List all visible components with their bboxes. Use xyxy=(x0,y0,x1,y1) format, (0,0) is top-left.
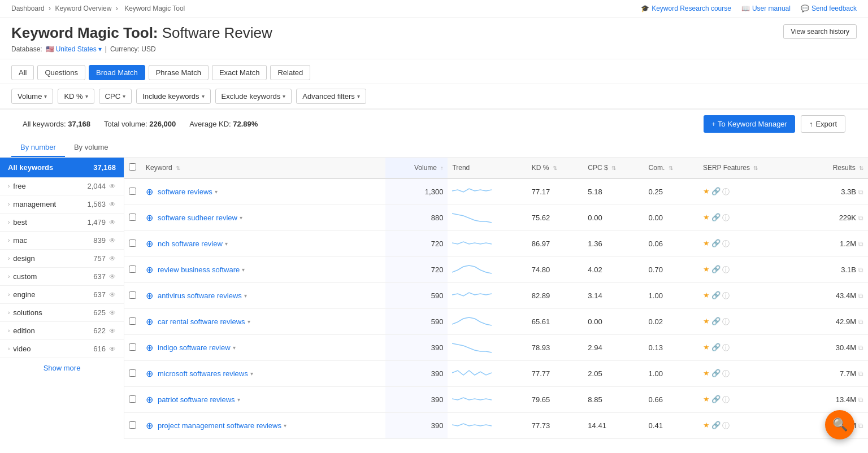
sidebar-item-video[interactable]: › video 616 👁 xyxy=(0,340,124,358)
keyword-link[interactable]: indigo software review ▾ xyxy=(158,343,236,352)
sidebar-item-edition[interactable]: › edition 622 👁 xyxy=(0,322,124,340)
select-all-checkbox[interactable] xyxy=(129,163,136,171)
row-checkbox[interactable] xyxy=(129,369,136,377)
filter-advanced-filters[interactable]: Advanced filters▾ xyxy=(296,89,366,104)
copy-icon[interactable]: ⧉ xyxy=(858,370,863,378)
sidebar-item-design[interactable]: › design 757 👁 xyxy=(0,250,124,268)
row-checkbox[interactable] xyxy=(129,395,136,403)
keyword-link[interactable]: nch software review ▾ xyxy=(158,239,228,248)
trend-cell xyxy=(448,335,527,361)
keyword-link[interactable]: patriot software reviews ▾ xyxy=(158,395,240,404)
add-keyword-button[interactable]: ⊕ xyxy=(146,394,153,405)
copy-icon[interactable]: ⧉ xyxy=(858,396,863,404)
eye-icon[interactable]: 👁 xyxy=(109,201,116,208)
row-checkbox[interactable] xyxy=(129,265,136,273)
cpc-col-header[interactable]: CPC $ ⇅ xyxy=(583,158,644,178)
keyword-research-course-link[interactable]: 🎓 Keyword Research course xyxy=(641,5,731,12)
tab-related[interactable]: Related xyxy=(270,65,310,80)
filter-kd-%[interactable]: KD %▾ xyxy=(58,89,94,104)
star-icon: ★ xyxy=(703,291,710,301)
database-selector[interactable]: 🇺🇸 United States ▾ xyxy=(46,45,102,53)
copy-icon[interactable]: ⧉ xyxy=(858,266,863,274)
add-keyword-button[interactable]: ⊕ xyxy=(146,238,153,249)
breadcrumb-keyword-overview[interactable]: Keyword Overview xyxy=(55,5,111,12)
show-more-button[interactable]: Show more xyxy=(0,358,124,378)
user-manual-link[interactable]: 📖 User manual xyxy=(741,5,791,12)
row-checkbox[interactable] xyxy=(129,239,136,247)
sidebar-item-free[interactable]: › free 2,044 👁 xyxy=(0,177,124,195)
row-checkbox[interactable] xyxy=(129,317,136,325)
add-keyword-button[interactable]: ⊕ xyxy=(146,186,153,197)
filter-volume[interactable]: Volume▾ xyxy=(11,89,53,104)
link-icon: 🔗 xyxy=(711,291,721,301)
view-history-button[interactable]: View search history xyxy=(783,24,857,39)
results-col-header[interactable]: Results ⇅ xyxy=(803,158,868,178)
sidebar-item-label: best xyxy=(13,218,27,226)
eye-icon[interactable]: 👁 xyxy=(109,182,116,190)
add-keyword-button[interactable]: ⊕ xyxy=(146,342,153,353)
com-col-header[interactable]: Com. ⇅ xyxy=(644,158,698,178)
add-keyword-button[interactable]: ⊕ xyxy=(146,212,153,223)
sidebar-item-mac[interactable]: › mac 839 👁 xyxy=(0,232,124,250)
eye-icon[interactable]: 👁 xyxy=(109,291,116,299)
copy-icon[interactable]: ⧉ xyxy=(858,318,863,326)
kd-col-header[interactable]: KD % ⇅ xyxy=(527,158,584,178)
eye-icon[interactable]: 👁 xyxy=(109,345,116,353)
volume-col-header[interactable]: Volume ↑ xyxy=(385,158,448,178)
row-checkbox[interactable] xyxy=(129,421,136,429)
keyword-link[interactable]: car rental software reviews ▾ xyxy=(158,317,250,326)
copy-icon[interactable]: ⧉ xyxy=(858,292,863,300)
copy-icon[interactable]: ⧉ xyxy=(858,344,863,352)
sort-tab-by-number[interactable]: By number xyxy=(11,138,65,157)
eye-icon[interactable]: 👁 xyxy=(109,255,116,263)
row-checkbox[interactable] xyxy=(129,188,136,195)
filter-cpc[interactable]: CPC▾ xyxy=(99,89,132,104)
row-checkbox[interactable] xyxy=(129,291,136,299)
keyword-col-header[interactable]: Keyword ⇅ xyxy=(141,158,385,178)
tab-questions[interactable]: Questions xyxy=(37,65,85,80)
keyword-link[interactable]: microsoft softwares reviews ▾ xyxy=(158,369,253,378)
add-keyword-button[interactable]: ⊕ xyxy=(146,316,153,327)
row-checkbox[interactable] xyxy=(129,214,136,221)
sidebar-item-solutions[interactable]: › solutions 625 👁 xyxy=(0,304,124,322)
tab-phrase-match[interactable]: Phrase Match xyxy=(149,65,209,80)
to-keyword-manager-button[interactable]: + To Keyword Manager xyxy=(704,115,795,133)
trend-cell xyxy=(448,361,527,387)
tab-exact-match[interactable]: Exact Match xyxy=(212,65,267,80)
keyword-link[interactable]: antivirus software reviews ▾ xyxy=(158,291,247,300)
eye-icon[interactable]: 👁 xyxy=(109,273,116,281)
add-keyword-button[interactable]: ⊕ xyxy=(146,290,153,301)
eye-icon[interactable]: 👁 xyxy=(109,219,116,226)
tab-all[interactable]: All xyxy=(11,65,34,80)
send-feedback-link[interactable]: 💬 Send feedback xyxy=(801,5,857,12)
eye-icon[interactable]: 👁 xyxy=(109,327,116,335)
copy-icon[interactable]: ⧉ xyxy=(858,188,863,196)
row-checkbox[interactable] xyxy=(129,343,136,351)
copy-icon[interactable]: ⧉ xyxy=(858,214,863,222)
eye-icon[interactable]: 👁 xyxy=(109,237,116,245)
serp-col-header[interactable]: SERP Features ⇅ xyxy=(698,158,803,178)
add-keyword-button[interactable]: ⊕ xyxy=(146,368,153,379)
keyword-link[interactable]: review business software ▾ xyxy=(158,265,245,274)
eye-icon[interactable]: 👁 xyxy=(109,309,116,317)
add-keyword-button[interactable]: ⊕ xyxy=(146,420,153,431)
export-button[interactable]: ↑ Export xyxy=(801,115,845,133)
copy-icon[interactable]: ⧉ xyxy=(858,422,863,430)
filter-include-keywords[interactable]: Include keywords▾ xyxy=(136,89,210,104)
sidebar-item-best[interactable]: › best 1,479 👁 xyxy=(0,214,124,232)
trend-cell xyxy=(448,413,527,439)
sort-tab-by-volume[interactable]: By volume xyxy=(65,138,118,157)
keyword-link[interactable]: software sudheer review ▾ xyxy=(158,214,242,222)
search-fab[interactable]: 🔍 xyxy=(825,410,854,439)
chat-icon: 💬 xyxy=(801,5,809,12)
keyword-link[interactable]: project management software reviews ▾ xyxy=(158,421,287,430)
keyword-link[interactable]: software reviews ▾ xyxy=(158,188,218,196)
tab-broad-match[interactable]: Broad Match xyxy=(89,65,145,80)
breadcrumb-dashboard[interactable]: Dashboard xyxy=(11,5,45,12)
add-keyword-button[interactable]: ⊕ xyxy=(146,264,153,275)
sidebar-item-custom[interactable]: › custom 637 👁 xyxy=(0,268,124,286)
copy-icon[interactable]: ⧉ xyxy=(858,240,863,248)
sidebar-item-management[interactable]: › management 1,563 👁 xyxy=(0,195,124,214)
sidebar-item-engine[interactable]: › engine 637 👁 xyxy=(0,286,124,304)
filter-exclude-keywords[interactable]: Exclude keywords▾ xyxy=(215,89,292,104)
